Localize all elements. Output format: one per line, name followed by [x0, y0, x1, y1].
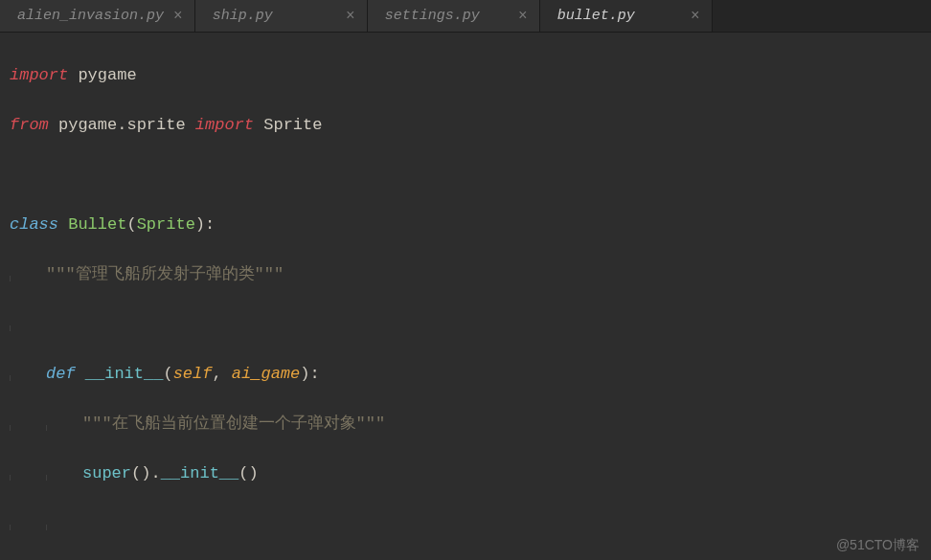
tab-label: alien_invasion.py [17, 8, 164, 24]
code-line: def __init__(self, ai_game): [10, 362, 921, 387]
keyword-class: class [10, 215, 58, 234]
close-icon[interactable]: × [691, 8, 700, 25]
code-line [10, 511, 921, 536]
module-name: pygame [78, 66, 136, 84]
keyword-import: import [10, 66, 68, 84]
docstring: """在飞船当前位置创建一个子弹对象""" [82, 414, 385, 433]
close-icon[interactable]: × [173, 8, 183, 25]
code-line: """管理飞船所发射子弹的类""" [10, 262, 921, 287]
tab-label: settings.py [385, 8, 480, 24]
param: ai_game [232, 365, 300, 383]
code-line [10, 312, 921, 337]
tab-ship[interactable]: ship.py × [195, 0, 368, 32]
code-line: import pygame [10, 63, 921, 88]
docstring: """管理飞船所发射子弹的类""" [46, 265, 284, 283]
base-class: Sprite [137, 215, 195, 234]
method-call: __init__ [161, 464, 239, 482]
code-line [10, 163, 921, 188]
tab-label: bullet.py [557, 8, 635, 24]
keyword-import: import [195, 116, 254, 134]
module-path: pygame.sprite [58, 116, 186, 134]
method-name: __init__ [85, 365, 164, 383]
code-line: class Bullet(Sprite): [10, 213, 921, 237]
code-editor[interactable]: import pygame from pygame.sprite import … [0, 33, 931, 560]
close-icon[interactable]: × [346, 8, 355, 25]
close-icon[interactable]: × [518, 8, 528, 25]
class-name: Bullet [68, 215, 126, 234]
tab-settings[interactable]: settings.py × [368, 0, 540, 32]
keyword-from: from [10, 116, 49, 134]
tab-bullet[interactable]: bullet.py × [540, 0, 713, 32]
keyword-def: def [46, 365, 76, 383]
param-self: self [173, 365, 213, 383]
watermark: @51CTO博客 [836, 537, 920, 554]
builtin-super: super [82, 464, 131, 482]
tab-bar: alien_invasion.py × ship.py × settings.p… [0, 0, 931, 33]
code-line: """在飞船当前位置创建一个子弹对象""" [10, 412, 921, 437]
tab-label: ship.py [213, 8, 273, 24]
code-line: super().__init__() [10, 461, 921, 486]
import-name: Sprite [263, 116, 322, 134]
tab-alien-invasion[interactable]: alien_invasion.py × [0, 0, 195, 32]
code-line: from pygame.sprite import Sprite [10, 113, 921, 138]
